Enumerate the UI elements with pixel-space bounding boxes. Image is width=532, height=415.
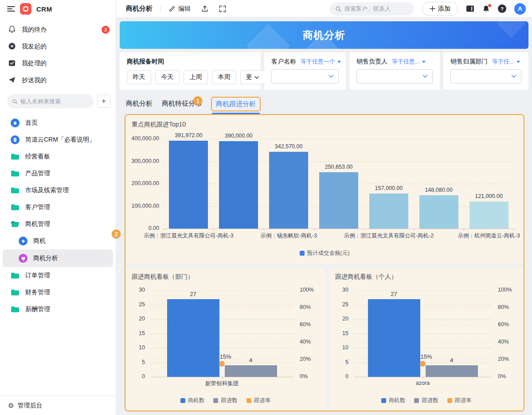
sidebar-item-market-leads[interactable]: 市场及线索管理 [3, 182, 113, 199]
help-icon[interactable]: ? [498, 4, 506, 13]
bar[interactable] [319, 172, 358, 229]
filter-report-time: 商机报备时间 昨天今天上周本周更 [120, 52, 261, 90]
sidebar-item-my-initiated[interactable]: 我发起的 [0, 38, 116, 55]
legend-item[interactable]: 跟进数 [213, 397, 238, 404]
follow-rate-point[interactable] [219, 361, 225, 367]
bar-value-label: 157,000.00 [362, 185, 415, 191]
legend-item[interactable]: 跟进率 [447, 397, 472, 404]
follow-rate-point[interactable] [420, 361, 426, 367]
sidebar-nav: 首页简道云CRM「必看说明」经营看板产品管理市场及线索管理客户管理商机管理商机商… [0, 112, 116, 395]
sidebar-item-label: 产品管理 [25, 170, 50, 178]
sidebar-item-opportunity[interactable]: 商机 [3, 233, 113, 249]
edit-button[interactable]: 编辑 [169, 5, 191, 13]
sidebar-item-my-todo[interactable]: 我的待办3 [0, 21, 116, 38]
sidebar-search-input[interactable] [20, 98, 73, 105]
more-label: 更 [246, 73, 252, 81]
axis-tick [414, 229, 414, 230]
tab-follow-up-analysis[interactable]: 商机跟进分析 [211, 97, 261, 114]
sidebar-item-product-mgmt[interactable]: 产品管理 [3, 165, 113, 182]
operator-dropdown[interactable]: 等于任意... [392, 58, 426, 66]
sidebar-item-salary-mgmt[interactable]: 薪酬管理 [3, 301, 113, 318]
panel-toggle-icon[interactable] [466, 5, 474, 12]
legend-item[interactable]: 跟进率 [246, 397, 271, 404]
page-title: 商机分析 [126, 4, 153, 13]
pencil-icon [169, 5, 176, 12]
sidebar-toggle-icon[interactable] [7, 6, 15, 12]
global-search-input[interactable] [344, 5, 402, 12]
cc-icon [8, 76, 16, 85]
global-search[interactable] [330, 2, 414, 16]
bar-value-label: 391,972.00 [162, 132, 215, 138]
sidebar-item-opportunity-mgmt[interactable]: 商机管理 [3, 216, 113, 233]
last-week-button[interactable]: 上周 [184, 70, 208, 84]
sidebar-item-business-board[interactable]: 经营看板 [3, 148, 113, 165]
active-tab-underline [212, 113, 260, 114]
legend-item[interactable]: 跟进数 [414, 397, 438, 404]
bar[interactable] [369, 194, 408, 229]
legend-item[interactable]: 预计成交金额(元) [300, 249, 350, 257]
notifications-icon[interactable] [482, 5, 490, 13]
bell-icon [8, 25, 16, 35]
chart-legend: 预计成交金额(元) [125, 249, 524, 257]
bar[interactable] [426, 365, 478, 377]
folder-icon [11, 306, 20, 313]
legend-item[interactable]: 商机数 [180, 397, 205, 404]
customer-name-select[interactable] [271, 69, 339, 83]
this-week-button[interactable]: 本周 [212, 70, 236, 84]
axis-tick [514, 229, 514, 230]
add-button[interactable]: 添加 [422, 2, 458, 16]
operator-dropdown[interactable]: 等于任... [492, 58, 520, 66]
chart-title: 跟进商机看板（部门） [132, 273, 194, 281]
legend-item[interactable]: 商机数 [381, 397, 406, 404]
bar-value-label: 250,653.00 [312, 164, 365, 170]
chevron-down-icon [422, 75, 428, 78]
dashboard-banner: 商机分析 [120, 21, 528, 49]
sidebar-item-order-mgmt[interactable]: 订单管理 [3, 267, 113, 284]
caret-down-icon [422, 61, 426, 63]
export-button[interactable] [201, 5, 208, 12]
yesterday-button[interactable]: 昨天 [127, 70, 151, 84]
more-time-button[interactable]: 更 [240, 70, 265, 84]
sidebar-search[interactable] [7, 94, 94, 108]
y-tick-label: 5 [329, 359, 348, 365]
x-tick-label: azora [370, 380, 476, 386]
bar[interactable] [469, 202, 509, 229]
y-tick-label: 20 [125, 316, 145, 322]
sidebar-item-home[interactable]: 首页 [3, 115, 113, 131]
notification-dot [488, 4, 491, 7]
topbar-left: CRM [0, 0, 116, 18]
bar[interactable] [169, 141, 208, 229]
bar[interactable] [167, 299, 219, 377]
workflow-list: 我的待办3我发起的我处理的抄送我的 [0, 18, 116, 89]
sidebar-item-opportunity-analysis[interactable]: 商机分析 [3, 249, 113, 267]
y-tick-label: 30 [125, 287, 145, 293]
admin-console-button[interactable]: ⚙ 管理后台 [0, 395, 116, 415]
sidebar-item-customer-mgmt[interactable]: 客户管理 [3, 199, 113, 216]
crm-logo[interactable] [20, 3, 31, 15]
main-content: 商机分析 商机报备时间 昨天今天上周本周更 客户名称等于任意一个销售负责人等于任… [116, 18, 532, 415]
operator-dropdown[interactable]: 等于任意一个 [301, 58, 341, 66]
filter-label: 销售归属部门 [450, 58, 488, 66]
bar[interactable] [219, 141, 258, 229]
sales-department-select[interactable] [450, 69, 521, 83]
add-app-button[interactable]: + [97, 95, 110, 108]
legend-swatch [300, 251, 305, 256]
chart-title: 跟进商机看板（个人） [335, 273, 397, 281]
fullscreen-button[interactable] [219, 5, 226, 12]
today-button[interactable]: 今天 [155, 70, 180, 84]
user-avatar[interactable]: A [514, 3, 526, 15]
sidebar-item-cc-to-me[interactable]: 抄送我的 [0, 72, 116, 89]
y-tick-label: 5 [125, 359, 145, 365]
bottom-charts-row: 跟进商机看板（部门）0510152025300%20%40%60%80%100%… [125, 267, 524, 411]
bar[interactable] [419, 195, 458, 229]
document-icon [11, 135, 20, 144]
y-tick-label: 300,000.00 [125, 158, 159, 164]
sidebar-item-crm-guide[interactable]: 简道云CRM「必看说明」 [3, 131, 113, 148]
sales-owner-select[interactable] [356, 69, 433, 83]
bar[interactable] [269, 152, 308, 229]
sidebar-item-my-handled[interactable]: 我处理的 [0, 55, 116, 72]
bar[interactable] [368, 299, 420, 377]
sidebar-item-finance-mgmt[interactable]: 财务管理 [3, 284, 113, 301]
tab-opportunity-analysis[interactable]: 商机分析 [126, 97, 153, 108]
bar[interactable] [225, 365, 277, 377]
